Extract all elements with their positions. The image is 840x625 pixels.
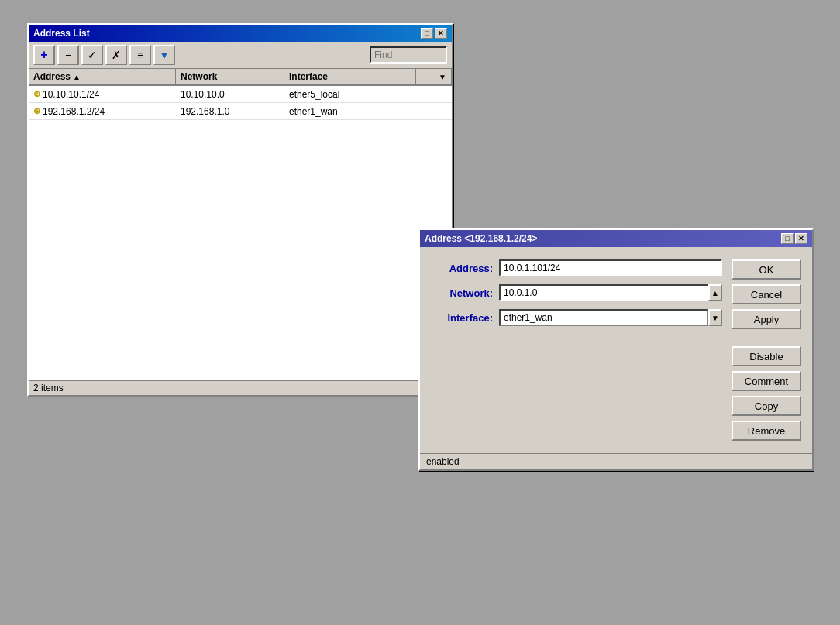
row1-extra xyxy=(416,93,452,96)
detail-close-button[interactable]: ✕ xyxy=(795,233,807,244)
address-table: Address ▲ Network Interface ▼ ⊕ 10.10.10… xyxy=(29,69,452,380)
address-column-header[interactable]: Address ▲ xyxy=(29,69,176,84)
row2-extra xyxy=(416,110,452,113)
detail-titlebar: Address <192.168.1.2/24> □ ✕ xyxy=(420,230,812,247)
detail-title: Address <192.168.1.2/24> xyxy=(425,233,781,244)
filter-button[interactable]: ▼ xyxy=(153,45,175,65)
row2-interface: ether1_wan xyxy=(284,105,416,118)
address-field-input[interactable] xyxy=(499,259,722,276)
detail-body: Address: Network: ▲ Interface: ether1_wa… xyxy=(420,247,812,447)
detail-maximize-button[interactable]: □ xyxy=(781,233,794,244)
row-icon: ⊕ xyxy=(33,106,40,116)
row-icon: ⊕ xyxy=(33,89,40,99)
interface-field-label: Interface: xyxy=(431,312,493,324)
row1-interface: ether5_local xyxy=(284,88,416,101)
table-body: ⊕ 10.10.10.1/24 10.10.10.0 ether5_local … xyxy=(29,86,452,380)
table-row[interactable]: ⊕ 192.168.1.2/24 192.168.1.0 ether1_wan xyxy=(29,103,452,120)
apply-button[interactable]: Apply xyxy=(732,309,801,329)
edit-button[interactable]: ≡ xyxy=(129,45,151,65)
table-header: Address ▲ Network Interface ▼ xyxy=(29,69,452,86)
row1-network: 10.10.10.0 xyxy=(176,88,284,101)
add-button[interactable]: + xyxy=(33,45,55,65)
remove-button[interactable]: Remove xyxy=(732,421,801,441)
row2-address: ⊕ 192.168.1.2/24 xyxy=(29,105,176,118)
address-list-window: Address List □ ✕ + − ✓ ✗ ≡ ▼ Address ▲ N… xyxy=(27,23,453,397)
find-input[interactable] xyxy=(370,46,447,64)
status-bar: 2 items xyxy=(29,380,452,395)
interface-column-header[interactable]: Interface xyxy=(284,69,416,84)
address-field-row: Address: xyxy=(431,259,722,276)
address-list-title: Address List xyxy=(33,28,421,39)
row2-network: 192.168.1.0 xyxy=(176,105,284,118)
interface-field-row: Interface: ether1_wan ▼ xyxy=(431,309,722,326)
check-button[interactable]: ✓ xyxy=(81,45,103,65)
address-field-label: Address: xyxy=(431,263,493,274)
ok-button[interactable]: OK xyxy=(732,259,801,280)
detail-titlebar-buttons: □ ✕ xyxy=(781,233,807,244)
network-field-input[interactable] xyxy=(499,284,708,301)
disable-button[interactable]: Disable xyxy=(732,346,801,366)
comment-button[interactable]: Comment xyxy=(732,371,801,391)
network-field-label: Network: xyxy=(431,287,493,299)
interface-value: ether1_wan xyxy=(499,309,709,326)
titlebar-buttons: □ ✕ xyxy=(421,28,447,39)
detail-fields: Address: Network: ▲ Interface: ether1_wa… xyxy=(431,259,722,441)
network-field-with-btn: ▲ xyxy=(499,284,722,301)
detail-status-bar: enabled xyxy=(420,453,812,469)
table-row[interactable]: ⊕ 10.10.10.1/24 10.10.10.0 ether5_local xyxy=(29,86,452,103)
address-list-titlebar: Address List □ ✕ xyxy=(29,25,452,42)
network-field-row: Network: ▲ xyxy=(431,284,722,301)
column-dropdown-icon[interactable]: ▼ xyxy=(439,73,446,81)
button-spacer xyxy=(732,334,801,342)
extra-column-header: ▼ xyxy=(416,69,452,84)
remove-button[interactable]: − xyxy=(57,45,79,65)
maximize-button[interactable]: □ xyxy=(421,28,433,39)
network-triangle-button[interactable]: ▲ xyxy=(708,284,722,301)
toolbar: + − ✓ ✗ ≡ ▼ xyxy=(29,42,452,69)
cross-button[interactable]: ✗ xyxy=(105,45,127,65)
network-column-header[interactable]: Network xyxy=(176,69,284,84)
address-detail-window: Address <192.168.1.2/24> □ ✕ Address: Ne… xyxy=(418,228,814,471)
row1-address: ⊕ 10.10.10.1/24 xyxy=(29,88,176,101)
cancel-button[interactable]: Cancel xyxy=(732,284,801,304)
interface-dropdown-button[interactable]: ▼ xyxy=(708,309,722,326)
copy-button[interactable]: Copy xyxy=(732,396,801,416)
detail-buttons: OK Cancel Apply Disable Comment Copy Rem… xyxy=(732,259,801,441)
close-button[interactable]: ✕ xyxy=(435,28,447,39)
sort-arrow-icon: ▲ xyxy=(73,73,81,81)
interface-select-wrapper: ether1_wan ▼ xyxy=(499,309,722,326)
